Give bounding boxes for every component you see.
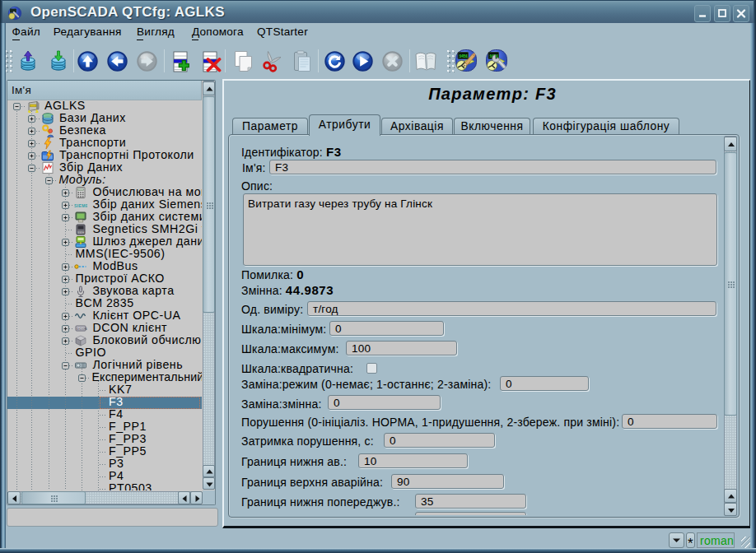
svg-text:DCON: DCON bbox=[77, 327, 87, 331]
svg-text:SIEMENS: SIEMENS bbox=[74, 203, 87, 208]
svg-text:1451: 1451 bbox=[459, 53, 469, 59]
svg-text:SMH: SMH bbox=[77, 231, 85, 235]
